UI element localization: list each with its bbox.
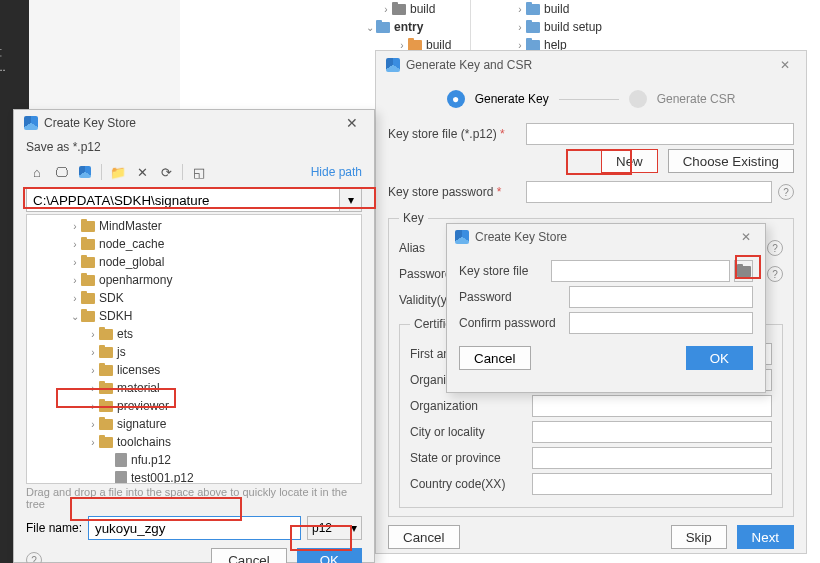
folder-item[interactable]: ›licenses [27,361,361,379]
new-folder-icon[interactable]: 📁 [107,162,129,182]
help-icon[interactable]: ? [767,240,783,256]
filename-field[interactable] [88,516,301,540]
show-hidden-icon[interactable]: ◱ [188,162,210,182]
city-field[interactable] [532,421,772,443]
file-item[interactable]: test001.p12 [27,469,361,484]
tree-item[interactable]: ›build [180,0,474,18]
state-field[interactable] [532,447,772,469]
tree-item[interactable]: ›build setup [490,18,602,36]
mini-password-field[interactable] [569,286,753,308]
folder-item[interactable]: ›signature [27,415,361,433]
step-1-circle: ● [447,90,465,108]
label-org: Organization [410,399,532,413]
mini-cancel-button[interactable]: Cancel [459,346,531,370]
tab-generate-csr[interactable]: Generate CSR [657,92,736,106]
folder-item[interactable]: ›material [27,379,361,397]
org-field[interactable] [532,395,772,417]
mini-ok-button[interactable]: OK [686,346,753,370]
csr-next-button[interactable]: Next [737,525,794,549]
csr-cancel-button[interactable]: Cancel [388,525,460,549]
help-icon[interactable]: ? [778,184,794,200]
hide-path-link[interactable]: Hide path [311,165,362,179]
close-icon[interactable]: ✕ [340,113,364,133]
label-country: Country code(XX) [410,477,532,491]
close-icon[interactable]: ✕ [735,228,757,246]
label-mini-file: Key store file [459,264,551,278]
big-title: Create Key Store [44,116,136,130]
help-icon[interactable]: ? [26,552,42,563]
label-mini-confirm: Confirm password [459,316,569,330]
tree-item[interactable]: ›build [490,0,602,18]
folder-item[interactable]: ›node_cache [27,235,361,253]
mini-create-keystore-dialog: Create Key Store ✕ Key store file Passwo… [446,223,766,393]
folder-item[interactable]: ›previewer [27,397,361,415]
csr-tabs: ● Generate Key Generate CSR [376,79,806,119]
filename-label: File name: [26,521,82,535]
csr-skip-button[interactable]: Skip [671,525,727,549]
desktop-icon[interactable]: 🖵 [50,162,72,182]
label-city: City or locality [410,425,532,439]
folder-item[interactable]: ›toolchains [27,433,361,451]
mini-title: Create Key Store [475,230,567,244]
folder-item[interactable]: ›js [27,343,361,361]
home-icon[interactable]: ⌂ [26,162,48,182]
big-ok-button[interactable]: OK [297,548,362,563]
folder-item[interactable]: ›ets [27,325,361,343]
saveas-label: Save as *.p12 [14,136,374,158]
path-dropdown-icon[interactable]: ▾ [340,188,362,212]
create-keystore-file-dialog: Create Key Store ✕ Save as *.p12 ⌂ 🖵 📁 ✕… [13,109,375,563]
project-icon[interactable] [74,162,96,182]
choose-existing-button[interactable]: Choose Existing [668,149,794,173]
folder-item[interactable]: ⌄SDKH [27,307,361,325]
delete-icon[interactable]: ✕ [131,162,153,182]
refresh-icon[interactable]: ⟳ [155,162,177,182]
big-cancel-button[interactable]: Cancel [211,548,287,563]
label-state: State or province [410,451,532,465]
close-icon[interactable]: ✕ [774,56,796,74]
desktop-shortcut[interactable]: 计算 ME... [0,46,29,73]
tab-generate-key[interactable]: Generate Key [475,92,549,106]
step-2-circle [629,90,647,108]
keystore-password-field[interactable] [526,181,772,203]
folder-item[interactable]: ›MindMaster [27,217,361,235]
app-icon [455,230,469,244]
legend-key: Key [399,211,428,225]
file-item[interactable]: nfu.p12 [27,451,361,469]
mini-file-field[interactable] [551,260,730,282]
help-icon[interactable]: ? [767,266,783,282]
chevron-down-icon: ▾ [351,521,357,535]
keystore-file-field[interactable] [526,123,794,145]
browse-folder-icon[interactable] [734,260,753,282]
tree-item[interactable]: ⌄entry [180,18,474,36]
label-keystore-password: Key store password * [388,185,526,199]
label-mini-pwd: Password [459,290,569,304]
label-keystore-file: Key store file (*.p12) * [388,127,526,141]
path-field[interactable] [26,188,340,212]
folder-tree[interactable]: ›MindMaster›node_cache›node_global›openh… [26,214,362,484]
csr-title: Generate Key and CSR [406,58,532,72]
extension-dropdown[interactable]: p12▾ [307,516,362,540]
mini-confirm-field[interactable] [569,312,753,334]
folder-item[interactable]: ›openharmony [27,271,361,289]
folder-item[interactable]: ›SDK [27,289,361,307]
folder-item[interactable]: ›node_global [27,253,361,271]
drag-hint: Drag and drop a file into the space abov… [26,486,362,510]
country-field[interactable] [532,473,772,495]
file-toolbar: ⌂ 🖵 📁 ✕ ⟳ ◱ Hide path [14,158,374,186]
app-icon [24,116,38,130]
app-icon [386,58,400,72]
new-button[interactable]: New [601,149,658,173]
